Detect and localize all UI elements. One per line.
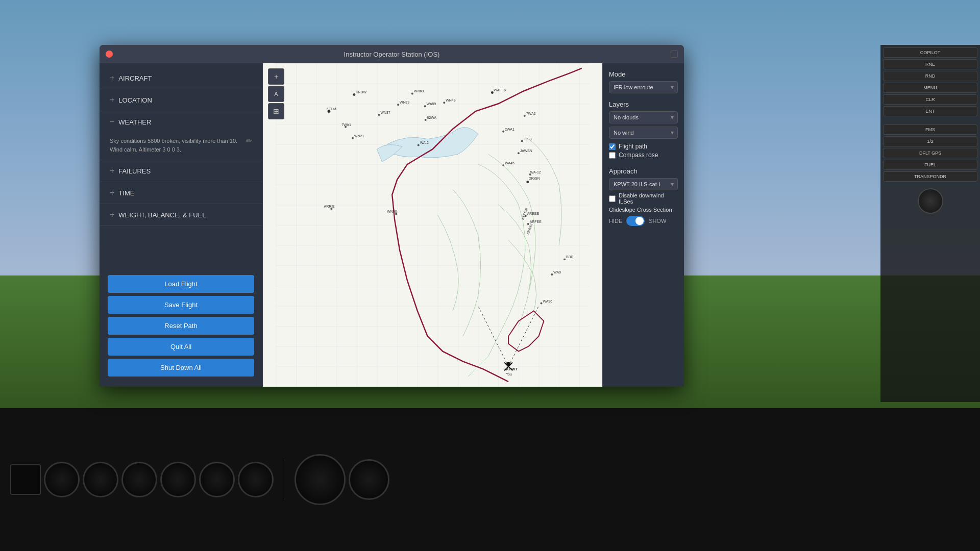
dflt-gps-button[interactable]: DFLT GPS bbox=[883, 148, 977, 158]
svg-rect-1 bbox=[276, 63, 589, 387]
clouds-select[interactable]: No clouds Few clouds Scattered bbox=[609, 111, 678, 123]
checkboxes-area: Flight path Compass rose bbox=[609, 143, 678, 159]
layers-section: Layers No clouds Few clouds Scattered No… bbox=[609, 101, 678, 160]
svg-text:WA-2: WA-2 bbox=[420, 141, 429, 145]
svg-text:WA59: WA59 bbox=[427, 102, 436, 106]
weather-description: Sky conditions 5800 broken, visibility m… bbox=[110, 137, 237, 154]
load-flight-button[interactable]: Load Flight bbox=[108, 275, 254, 293]
gauge-5 bbox=[199, 462, 235, 497]
layers-title: Layers bbox=[609, 101, 678, 108]
fms-button[interactable]: FMS bbox=[883, 124, 977, 135]
map-toolbar: + A ⊞ bbox=[268, 68, 284, 119]
weather-header[interactable]: − WEATHER bbox=[100, 111, 262, 133]
gauge-7 bbox=[349, 459, 389, 500]
weight-header[interactable]: + WEIGHT, BALANCE, & FUEL bbox=[100, 204, 262, 226]
flight-path-row[interactable]: Flight path bbox=[609, 143, 678, 150]
svg-text:WA45: WA45 bbox=[505, 161, 514, 165]
divider bbox=[284, 459, 284, 500]
time-label: TIME bbox=[118, 189, 134, 197]
wind-select-wrapper-outer: No wind Light wind Strong wind bbox=[609, 127, 678, 139]
map-layers-btn[interactable]: ⊞ bbox=[268, 103, 284, 119]
window-title: Instructor Operator Station (IOS) bbox=[344, 51, 440, 58]
aircraft-section: + AIRCRAFT bbox=[100, 67, 262, 89]
disable-ils-row[interactable]: Disable downwind ILSes bbox=[609, 192, 678, 205]
flight-path-checkbox[interactable] bbox=[609, 143, 616, 150]
svg-point-28 bbox=[524, 115, 526, 117]
svg-point-30 bbox=[521, 140, 523, 142]
failures-header[interactable]: + FAILURES bbox=[100, 160, 262, 182]
instrument-group-center bbox=[295, 454, 389, 505]
failures-label: FAILURES bbox=[118, 167, 151, 175]
volume-knob[interactable] bbox=[918, 188, 943, 214]
svg-text:AREEE: AREEE bbox=[527, 212, 540, 215]
hide-label: HIDE bbox=[609, 218, 622, 224]
svg-text:WN00: WN00 bbox=[387, 210, 397, 213]
disable-ils-label: Disable downwind ILSes bbox=[619, 192, 678, 205]
mode-select[interactable]: IFR low enroute IFR high enroute VFR sec… bbox=[609, 81, 678, 93]
weight-label: WEIGHT, BALANCE, & FUEL bbox=[118, 211, 206, 219]
svg-text:WN29: WN29 bbox=[400, 101, 409, 104]
main-gauge bbox=[295, 454, 346, 505]
rne-button[interactable]: RNE bbox=[883, 59, 977, 69]
aircraft-header[interactable]: + AIRCRAFT bbox=[100, 67, 262, 89]
svg-text:WN21: WN21 bbox=[354, 134, 364, 138]
svg-point-6 bbox=[353, 93, 355, 96]
clr-button[interactable]: CLR bbox=[883, 94, 977, 105]
half-button[interactable]: 1/2 bbox=[883, 136, 977, 146]
svg-point-36 bbox=[526, 181, 529, 183]
ent-button[interactable]: ENT bbox=[883, 106, 977, 116]
svg-text:JAWBN: JAWBN bbox=[520, 149, 532, 153]
gauge-3 bbox=[121, 462, 157, 497]
svg-point-54 bbox=[541, 303, 543, 305]
close-button[interactable] bbox=[106, 51, 113, 58]
svg-text:KPWT: KPWT bbox=[506, 367, 518, 371]
avionics-display bbox=[10, 464, 41, 495]
quit-all-button[interactable]: Quit All bbox=[108, 338, 254, 356]
fuel-button[interactable]: FUEL bbox=[883, 160, 977, 170]
svg-text:You: You bbox=[506, 372, 512, 376]
gauge-2 bbox=[83, 462, 118, 497]
location-label: LOCATION bbox=[118, 96, 152, 104]
compass-rose-checkbox[interactable] bbox=[609, 152, 616, 159]
time-header[interactable]: + TIME bbox=[100, 182, 262, 204]
approach-select[interactable]: KPWT 20 ILS-cat-I KPWT 02 ILS Visual app… bbox=[609, 178, 678, 190]
location-expand-icon: + bbox=[110, 95, 114, 105]
svg-text:KNUW: KNUW bbox=[356, 90, 367, 94]
compass-rose-row[interactable]: Compass rose bbox=[609, 152, 678, 159]
svg-text:62WA: 62WA bbox=[427, 116, 437, 119]
rnd-button[interactable]: RND bbox=[883, 71, 977, 81]
save-flight-button[interactable]: Save Flight bbox=[108, 296, 254, 314]
shut-down-all-button[interactable]: Shut Down All bbox=[108, 359, 254, 377]
glideslope-toggle[interactable] bbox=[626, 216, 645, 226]
svg-point-10 bbox=[397, 104, 399, 106]
svg-text:WA9: WA9 bbox=[553, 270, 561, 274]
wind-select-wrapper: No wind Light wind Strong wind bbox=[609, 127, 678, 139]
maximize-button[interactable] bbox=[671, 51, 678, 58]
svg-text:BBD: BBD bbox=[566, 255, 573, 259]
svg-text:WA-12: WA-12 bbox=[530, 170, 541, 174]
transponder-button[interactable]: TRANSPONDR bbox=[883, 171, 977, 182]
sidebar-buttons: Load Flight Save Flight Reset Path Quit … bbox=[100, 269, 262, 383]
gauge-6 bbox=[238, 462, 274, 497]
svg-text:7WA2: 7WA2 bbox=[526, 112, 536, 115]
weather-section: − WEATHER Sky conditions 5800 broken, vi… bbox=[100, 111, 262, 160]
menu-button[interactable]: MENU bbox=[883, 83, 977, 93]
failures-section: + FAILURES bbox=[100, 160, 262, 182]
weather-edit-button[interactable]: ✏ bbox=[246, 137, 252, 145]
map-area[interactable]: + A ⊞ bbox=[263, 63, 602, 387]
disable-ils-checkbox[interactable] bbox=[609, 195, 616, 202]
svg-point-56 bbox=[506, 362, 510, 366]
wind-select[interactable]: No wind Light wind Strong wind bbox=[609, 127, 678, 139]
approach-select-wrapper: KPWT 20 ILS-cat-I KPWT 02 ILS Visual app… bbox=[609, 178, 678, 190]
map-zoom-in[interactable]: + bbox=[268, 68, 284, 85]
svg-text:IOS9: IOS9 bbox=[524, 137, 532, 141]
time-section: + TIME bbox=[100, 182, 262, 204]
reset-path-button[interactable]: Reset Path bbox=[108, 317, 254, 335]
copilot-button[interactable]: COPILOT bbox=[883, 47, 977, 58]
location-header[interactable]: + LOCATION bbox=[100, 89, 262, 111]
ios-window: Instructor Operator Station (IOS) + AIRC… bbox=[100, 45, 684, 387]
svg-text:WN49: WN49 bbox=[446, 98, 455, 102]
map-label-toggle[interactable]: A bbox=[268, 86, 284, 102]
approach-title: Approach bbox=[609, 167, 678, 175]
weather-content: Sky conditions 5800 broken, visibility m… bbox=[100, 133, 262, 160]
